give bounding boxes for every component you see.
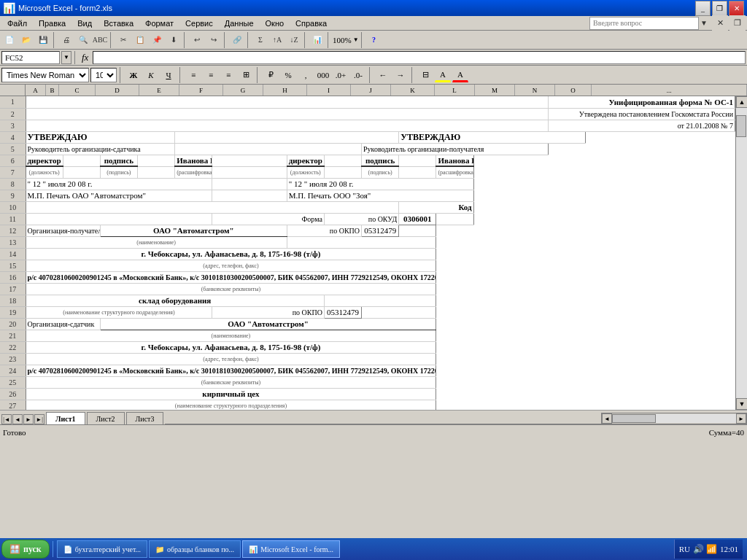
font-color-button[interactable]: A <box>452 68 468 82</box>
col-M[interactable]: M <box>475 85 515 96</box>
col-N[interactable]: N <box>515 85 555 96</box>
cell-20-value[interactable]: ОАО "Автоматстром" <box>100 318 436 330</box>
scroll-thumb[interactable] <box>736 115 746 137</box>
cell-1[interactable] <box>26 96 548 108</box>
menu-edit[interactable]: Правка <box>33 18 71 29</box>
print-btn[interactable]: 🖨 <box>58 32 74 48</box>
cell-6h[interactable] <box>324 155 361 166</box>
cell-16[interactable]: р/с 40702810600200901245 в «Московский Б… <box>26 271 436 283</box>
help-input[interactable] <box>589 17 699 30</box>
col-F[interactable]: F <box>179 85 223 96</box>
underline-button[interactable]: Ч <box>160 68 177 82</box>
cell-7e[interactable]: (расшифровка подписи) <box>175 166 212 178</box>
scroll-down-button[interactable]: ▼ <box>736 398 747 410</box>
taskbar-item-3[interactable]: 📊 Microsoft Excel - form... <box>242 540 340 558</box>
menu-data[interactable]: Данные <box>219 18 260 29</box>
cell-21[interactable]: (наименование) <box>26 330 436 341</box>
cell-11-forma[interactable]: Форма <box>212 213 325 225</box>
cut-btn[interactable]: ✂ <box>115 32 131 48</box>
col-G[interactable]: G <box>223 85 263 96</box>
cell-18-end[interactable] <box>324 295 436 306</box>
cell-12-label[interactable]: Организация-получатель <box>26 225 100 236</box>
spell-btn[interactable]: ABC <box>92 32 108 48</box>
help-btn[interactable]: ? <box>366 32 382 48</box>
cell-6f[interactable] <box>212 155 287 166</box>
cell-4-right[interactable]: УТВЕРЖДАЮ <box>399 131 586 143</box>
col-B[interactable]: B <box>46 85 59 96</box>
horizontal-scrollbar[interactable]: ◄ ► <box>601 413 747 424</box>
cell-6k[interactable]: Иванова Г.С. <box>436 155 473 166</box>
name-box-dropdown[interactable]: ▼ <box>61 51 71 64</box>
cell-12-okpo[interactable]: по ОКПО <box>287 225 361 236</box>
fx-button[interactable]: fx <box>79 52 91 63</box>
scroll-up-button[interactable]: ▲ <box>736 96 747 108</box>
currency-button[interactable]: ₽ <box>263 68 279 82</box>
cell-6e[interactable]: Иванова Г.С. <box>175 155 212 166</box>
cell-11-code[interactable]: 0306001 <box>399 213 436 225</box>
col-J[interactable]: J <box>351 85 391 96</box>
cell-7h[interactable] <box>324 166 361 178</box>
cell-2-right[interactable]: Утверждена постановлением Госкомстата Ро… <box>548 108 735 120</box>
hscroll-right-button[interactable]: ► <box>736 413 746 424</box>
cell-10-code-label[interactable]: Код <box>399 201 473 213</box>
taskbar-item-2[interactable]: 📁 образцы бланков по... <box>149 540 241 558</box>
menu-window[interactable]: Окно <box>260 18 290 29</box>
new-btn[interactable]: 📄 <box>1 32 18 48</box>
align-left-button[interactable]: ≡ <box>185 68 201 82</box>
font-select[interactable]: Times New Roman <box>1 68 89 82</box>
fill-color-button[interactable]: A <box>435 68 451 82</box>
close-button[interactable]: ✕ <box>729 1 744 16</box>
col-D[interactable]: D <box>96 85 139 96</box>
cell-11-okud[interactable]: по ОКУД <box>324 213 398 225</box>
col-A[interactable]: A <box>26 85 46 96</box>
cell-1-right[interactable]: Унифицированная форма № ОС-1 <box>548 96 735 108</box>
start-button[interactable]: 🪟 пуск <box>1 540 50 559</box>
cell-7a[interactable]: (должность) <box>26 166 63 178</box>
dec-decrease-button[interactable]: .0- <box>350 68 366 82</box>
cell-19-end[interactable] <box>362 306 436 318</box>
cell-15[interactable]: (адрес, телефон, факс) <box>26 260 436 271</box>
cell-7j[interactable] <box>399 166 436 178</box>
borders-button[interactable]: ⊟ <box>417 68 433 82</box>
col-E[interactable]: E <box>139 85 179 96</box>
name-box[interactable]: FC52 <box>1 51 60 64</box>
cell-8-mid[interactable] <box>212 178 287 190</box>
cell-7c[interactable]: (подпись) <box>100 166 137 178</box>
cell-7f[interactable] <box>212 166 287 178</box>
cell-5-right[interactable]: Руководитель организации-получателя <box>362 143 549 155</box>
italic-button[interactable]: К <box>143 68 159 82</box>
percent-button[interactable]: % <box>280 68 296 82</box>
sheet-tab-2[interactable]: Лист2 <box>87 412 125 424</box>
cell-12-code[interactable]: 05312479 <box>362 225 399 236</box>
cell-7g[interactable]: (должность) <box>287 166 324 178</box>
hscroll-track[interactable] <box>612 414 736 423</box>
language-indicator[interactable]: RU <box>679 545 690 553</box>
cell-3[interactable] <box>26 120 548 131</box>
cell-2[interactable] <box>26 108 548 120</box>
sort-desc-btn[interactable]: ↓Z <box>286 32 302 48</box>
merge-button[interactable]: ⊞ <box>238 68 254 82</box>
outdent-button[interactable]: → <box>392 68 409 82</box>
cell-10-left[interactable] <box>26 201 399 213</box>
menu-insert[interactable]: Вставка <box>98 18 139 29</box>
preview-btn[interactable]: 🔍 <box>75 32 91 48</box>
paste-btn[interactable]: 📌 <box>149 32 165 48</box>
tab-prev-button[interactable]: ◄ <box>12 414 23 424</box>
cell-19-okpo[interactable]: по ОКПО <box>212 306 325 318</box>
cell-11-end[interactable] <box>436 213 473 225</box>
col-K[interactable]: K <box>391 85 435 96</box>
cell-11-left[interactable] <box>26 213 212 225</box>
col-C[interactable]: C <box>59 85 96 96</box>
cell-6g[interactable]: директор <box>287 155 324 166</box>
save-btn[interactable]: 💾 <box>35 32 51 48</box>
cell-6d[interactable] <box>138 155 175 166</box>
cell-12-value[interactable]: ОАО "Автоматстром" <box>100 225 287 236</box>
copy-btn[interactable]: 📋 <box>132 32 148 48</box>
menu-file[interactable]: Файл <box>1 18 33 29</box>
cell-18[interactable]: склад оборудования <box>26 295 324 306</box>
menu-view[interactable]: Вид <box>71 18 98 29</box>
menu-tools[interactable]: Сервис <box>179 18 219 29</box>
dec-increase-button[interactable]: .0+ <box>333 68 349 82</box>
cell-6j[interactable] <box>399 155 436 166</box>
bold-button[interactable]: Ж <box>125 68 142 82</box>
